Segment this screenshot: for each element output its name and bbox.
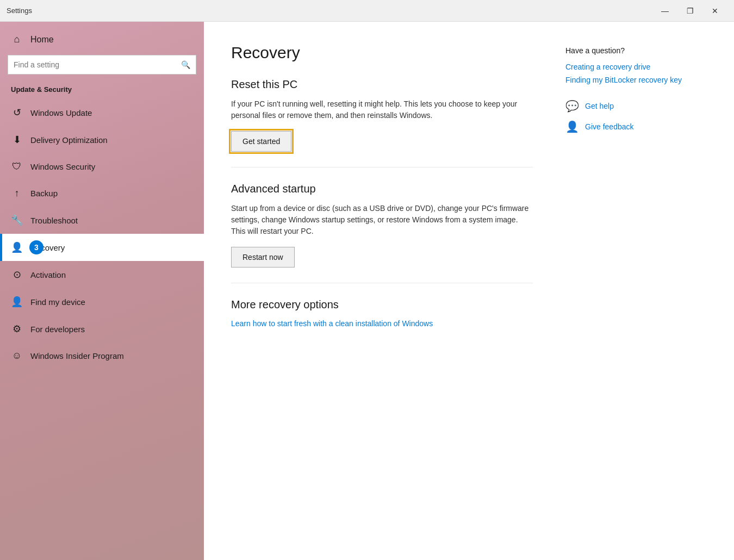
app-title: Settings <box>7 7 652 15</box>
search-icon: 🔍 <box>181 60 190 69</box>
advanced-startup-title: Advanced startup <box>231 183 533 195</box>
search-input[interactable] <box>14 60 181 69</box>
sidebar-item-label: Windows Insider Program <box>30 351 124 360</box>
more-options-title: More recovery options <box>231 298 533 311</box>
sidebar-item-home[interactable]: ⌂ Home <box>0 22 204 55</box>
close-button[interactable]: ✕ <box>702 2 727 20</box>
delivery-optimization-icon: ⬇ <box>11 134 23 146</box>
sidebar-item-delivery-optimization[interactable]: ⬇ Delivery Optimization <box>0 126 204 153</box>
get-help-link[interactable]: Get help <box>585 102 614 110</box>
recovery-icon: 👤 <box>11 241 23 253</box>
advanced-startup-description: Start up from a device or disc (such as … <box>231 203 533 237</box>
reset-section-title: Reset this PC <box>231 78 533 91</box>
give-feedback-action[interactable]: 👤 Give feedback <box>565 120 707 133</box>
for-developers-icon: ⚙ <box>11 323 23 335</box>
creating-recovery-drive-link[interactable]: Creating a recovery drive <box>565 63 707 71</box>
sidebar-item-label: Windows Security <box>30 162 95 171</box>
window-controls: — ❐ ✕ <box>652 2 727 20</box>
clean-install-link[interactable]: Learn how to start fresh with a clean in… <box>231 319 433 328</box>
sidebar-item-for-developers[interactable]: ⚙ For developers <box>0 315 204 343</box>
app-body: ⌂ Home 🔍 Update & Security ↺ Windows Upd… <box>0 22 734 560</box>
sidebar-item-windows-update[interactable]: ↺ Windows Update <box>0 99 204 126</box>
sidebar-item-label: Windows Update <box>30 108 92 117</box>
main-content: Recovery Reset this PC If your PC isn't … <box>204 22 734 560</box>
reset-section-description: If your PC isn't running well, resetting… <box>231 98 533 121</box>
sidebar-item-label: Delivery Optimization <box>30 135 108 145</box>
sidebar-item-label: Troubleshoot <box>30 216 78 225</box>
get-started-button[interactable]: Get started <box>231 131 291 152</box>
have-question-text: Have a question? <box>565 46 707 55</box>
sidebar-search-box: 🔍 <box>8 55 196 74</box>
give-feedback-icon: 👤 <box>565 120 579 133</box>
sidebar-item-backup[interactable]: ↑ Backup <box>0 180 204 207</box>
maximize-button[interactable]: ❐ <box>677 2 702 20</box>
restart-now-button[interactable]: Restart now <box>231 247 295 267</box>
sidebar-item-label: Find my device <box>30 297 85 307</box>
titlebar: Settings — ❐ ✕ <box>0 0 734 22</box>
divider-1 <box>231 167 533 167</box>
content-right: Have a question? Creating a recovery dri… <box>565 43 707 538</box>
content-left: Recovery Reset this PC If your PC isn't … <box>231 43 533 538</box>
troubleshoot-icon: 🔧 <box>11 214 23 226</box>
sidebar-item-label: Activation <box>30 270 66 279</box>
finding-bitlocker-key-link[interactable]: Finding my BitLocker recovery key <box>565 76 707 84</box>
windows-insider-icon: ☺ <box>11 350 23 362</box>
get-help-icon: 💬 <box>565 99 579 113</box>
sidebar-item-recovery[interactable]: 👤 Recovery 3 <box>0 234 204 261</box>
sidebar-item-find-my-device[interactable]: 👤 Find my device <box>0 288 204 315</box>
find-my-device-icon: 👤 <box>11 296 23 308</box>
sidebar-item-troubleshoot[interactable]: 🔧 Troubleshoot <box>0 207 204 234</box>
right-actions: 💬 Get help 👤 Give feedback <box>565 99 707 133</box>
sidebar-home-label: Home <box>30 35 54 45</box>
home-icon: ⌂ <box>11 34 23 45</box>
get-help-action[interactable]: 💬 Get help <box>565 99 707 113</box>
sidebar-item-windows-insider-program[interactable]: ☺ Windows Insider Program <box>0 343 204 369</box>
sidebar: ⌂ Home 🔍 Update & Security ↺ Windows Upd… <box>0 22 204 560</box>
divider-2 <box>231 283 533 283</box>
minimize-button[interactable]: — <box>652 2 677 20</box>
page-title: Recovery <box>231 43 533 62</box>
sidebar-item-label: For developers <box>30 325 85 334</box>
sidebar-item-activation[interactable]: ⊙ Activation <box>0 261 204 288</box>
sidebar-section-label: Update & Security <box>0 83 204 99</box>
backup-icon: ↑ <box>11 188 23 199</box>
step-badge: 3 <box>29 240 43 254</box>
sidebar-item-label: Backup <box>30 189 58 198</box>
activation-icon: ⊙ <box>11 269 23 281</box>
windows-security-icon: 🛡 <box>11 161 23 172</box>
give-feedback-link[interactable]: Give feedback <box>585 122 634 131</box>
sidebar-item-windows-security[interactable]: 🛡 Windows Security <box>0 153 204 180</box>
windows-update-icon: ↺ <box>11 107 23 119</box>
